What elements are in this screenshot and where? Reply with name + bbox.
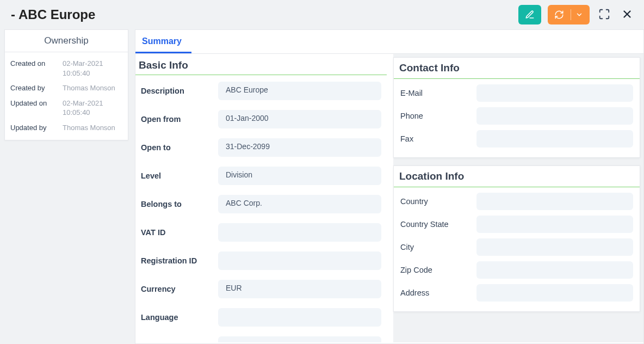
field-row: Level Division bbox=[141, 164, 381, 187]
tabs: Summary bbox=[135, 30, 643, 54]
field-row: Belongs to ABC Corp. bbox=[141, 193, 381, 216]
field-value bbox=[218, 251, 381, 270]
section-body: Country Country State City Zip Code bbox=[394, 187, 640, 311]
field-label: Open from bbox=[141, 115, 218, 124]
field-row: Open from 01-Jan-2000 bbox=[141, 108, 381, 131]
ownership-label: Created by bbox=[10, 83, 63, 92]
field-value: 01-Jan-2000 bbox=[218, 110, 381, 128]
field-value bbox=[476, 216, 633, 233]
field-value bbox=[476, 284, 633, 302]
ownership-label: Updated by bbox=[10, 123, 63, 132]
field-label: VAT ID bbox=[141, 228, 218, 237]
ownership-row: Created on 02-Mar-2021 10:05:40 bbox=[10, 59, 122, 78]
field-label: Zip Code bbox=[400, 266, 476, 274]
field-value bbox=[476, 84, 633, 102]
field-label: Phone bbox=[400, 112, 476, 120]
close-button[interactable] bbox=[619, 6, 635, 24]
ownership-value: Thomas Monson bbox=[63, 83, 115, 93]
field-label: Language bbox=[141, 313, 218, 322]
ownership-card: Ownership Created on 02-Mar-2021 10:05:4… bbox=[4, 29, 128, 140]
section-contact-info: Contact Info E-Mail Phone Fax bbox=[393, 57, 640, 158]
panels: Basic Info Description ABC Europe Open f… bbox=[135, 54, 643, 342]
section-title: Basic Info bbox=[135, 57, 387, 75]
field-label: Country bbox=[400, 197, 476, 206]
field-row: Phone bbox=[400, 107, 633, 125]
field-row: Timezone bbox=[141, 334, 381, 342]
field-value bbox=[476, 261, 633, 279]
field-label: E-Mail bbox=[400, 89, 476, 97]
main-panel: Summary Basic Info Description ABC Europ… bbox=[135, 29, 644, 344]
field-label: Registration ID bbox=[141, 256, 218, 265]
section-body: Description ABC Europe Open from 01-Jan-… bbox=[135, 75, 387, 342]
expand-button[interactable] bbox=[596, 6, 612, 24]
field-label: Open to bbox=[141, 143, 218, 152]
section-body: E-Mail Phone Fax bbox=[394, 79, 640, 157]
field-value bbox=[218, 223, 381, 242]
field-label: Timezone bbox=[141, 341, 218, 342]
field-row: Description ABC Europe bbox=[141, 79, 381, 102]
field-value: EUR bbox=[218, 280, 381, 298]
panel-right: Contact Info E-Mail Phone Fax bbox=[393, 54, 643, 342]
ownership-value: 02-Mar-2021 10:05:40 bbox=[63, 59, 122, 78]
field-label: Country State bbox=[400, 220, 476, 229]
ownership-value: Thomas Monson bbox=[63, 123, 115, 133]
edit-button[interactable] bbox=[518, 5, 541, 24]
field-label: Belongs to bbox=[141, 200, 218, 208]
field-row: Language bbox=[141, 306, 381, 329]
button-separator bbox=[571, 9, 571, 20]
ownership-label: Updated on bbox=[10, 99, 63, 107]
field-row: City bbox=[400, 238, 633, 256]
pencil-icon bbox=[525, 10, 535, 20]
field-value bbox=[476, 130, 633, 148]
field-value: ABC Corp. bbox=[218, 195, 381, 213]
ownership-title: Ownership bbox=[5, 30, 128, 52]
field-value bbox=[476, 107, 633, 125]
content-area: Ownership Created on 02-Mar-2021 10:05:4… bbox=[0, 29, 644, 344]
section-title: Location Info bbox=[394, 166, 640, 187]
field-row: Fax bbox=[400, 130, 633, 148]
field-value bbox=[476, 238, 633, 256]
field-value: ABC Europe bbox=[218, 82, 381, 100]
field-row: Country bbox=[400, 193, 633, 210]
field-value bbox=[476, 193, 633, 210]
chevron-down-icon bbox=[575, 11, 583, 19]
title-name: ABC Europe bbox=[18, 7, 95, 22]
field-row: Registration ID bbox=[141, 249, 381, 272]
refresh-icon bbox=[554, 10, 564, 20]
header-actions bbox=[518, 5, 635, 24]
field-row: VAT ID bbox=[141, 221, 381, 244]
field-value bbox=[218, 308, 381, 327]
field-row: Country State bbox=[400, 216, 633, 233]
sidebar: Ownership Created on 02-Mar-2021 10:05:4… bbox=[4, 29, 128, 344]
section-title: Contact Info bbox=[394, 58, 640, 79]
panel-left: Basic Info Description ABC Europe Open f… bbox=[135, 54, 387, 342]
ownership-row: Updated by Thomas Monson bbox=[10, 123, 122, 133]
field-row: Currency EUR bbox=[141, 278, 381, 300]
field-value: Division bbox=[218, 167, 381, 185]
field-label: Description bbox=[141, 87, 218, 95]
refresh-dropdown-button[interactable] bbox=[548, 5, 590, 24]
section-location-info: Location Info Country Country State City bbox=[393, 165, 640, 312]
ownership-body: Created on 02-Mar-2021 10:05:40 Created … bbox=[5, 52, 128, 140]
page-title: - ABC Europe bbox=[11, 7, 95, 22]
field-label: Currency bbox=[141, 285, 218, 293]
field-row: E-Mail bbox=[400, 84, 633, 102]
ownership-row: Updated on 02-Mar-2021 10:05:40 bbox=[10, 99, 122, 118]
field-row: Open to 31-Dec-2099 bbox=[141, 136, 381, 159]
field-value bbox=[218, 336, 381, 342]
ownership-row: Created by Thomas Monson bbox=[10, 83, 122, 93]
ownership-label: Created on bbox=[10, 59, 63, 67]
close-icon bbox=[621, 8, 633, 20]
field-label: Level bbox=[141, 171, 218, 180]
field-row: Address bbox=[400, 284, 633, 302]
section-basic-info: Basic Info Description ABC Europe Open f… bbox=[135, 57, 387, 342]
field-row: Zip Code bbox=[400, 261, 633, 279]
field-label: Address bbox=[400, 288, 476, 297]
field-label: Fax bbox=[400, 134, 476, 143]
top-bar: - ABC Europe bbox=[0, 0, 644, 29]
tab-summary[interactable]: Summary bbox=[135, 30, 191, 53]
field-label: City bbox=[400, 243, 476, 251]
title-prefix: - bbox=[11, 7, 15, 22]
maximize-icon bbox=[598, 8, 610, 20]
ownership-value: 02-Mar-2021 10:05:40 bbox=[63, 99, 122, 118]
